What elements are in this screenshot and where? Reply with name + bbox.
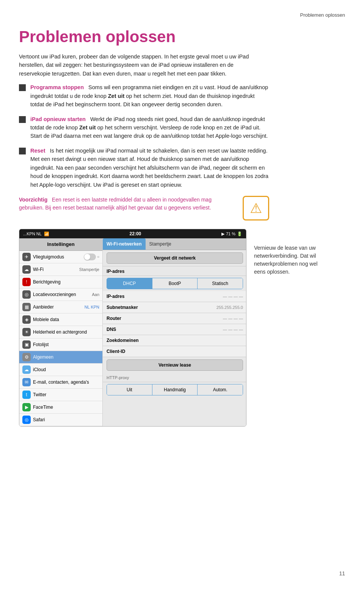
- sidebar-item-locatie[interactable]: ◎ Locatievoorzieningen Aan: [19, 288, 102, 301]
- row-subnetmasker: Subnetmasker 255.255.255.0: [103, 302, 246, 313]
- sidebar-label-icloud: iCloud: [33, 366, 99, 373]
- page-number: 11: [339, 570, 345, 578]
- section-title-programma: Programma stoppen: [30, 84, 84, 90]
- section-ipad-opnieuw: iPad opnieuw starten Werkt de iPad nog s…: [19, 115, 269, 140]
- section-bullet: [19, 84, 26, 91]
- ipad-statusbar: ...KPN NL 📶 22:00 ▶ 71 % 🔋: [19, 229, 246, 238]
- wifi-icon: ☁: [22, 265, 31, 274]
- page: Problemen oplossen Problemen oplossen Ve…: [0, 0, 364, 589]
- mobile-icon: ◈: [22, 315, 31, 324]
- caption-text: Vernieuw de lease van uw netwerkverbindi…: [254, 245, 317, 275]
- sidebar-item-vliegtuig[interactable]: ✈ Vliegtuigmodus ○: [19, 251, 102, 263]
- row-zoekdomeinen: Zoekdomeinen: [103, 335, 246, 346]
- general-icon: ⚙: [22, 353, 31, 361]
- sidebar-label-twitter: Twitter: [33, 391, 99, 398]
- sidebar-item-icloud[interactable]: ☁ iCloud: [19, 364, 102, 376]
- sidebar-label-mobiele-data: Mobiele data: [33, 316, 99, 323]
- ip-adres-label: IP-adres: [103, 266, 246, 276]
- ip-segment-control: DHCP BootP Statisch: [107, 278, 243, 289]
- row-router: Router — — — —: [103, 313, 246, 324]
- sidebar-item-wifi[interactable]: ☁ Wi-Fi Stampertje: [19, 263, 102, 276]
- section-bullet-2: [19, 116, 26, 123]
- photos-icon: ▣: [22, 340, 31, 349]
- section-title-ipad: iPad opnieuw starten: [30, 116, 86, 122]
- proxy-seg-autom[interactable]: Autom.: [198, 384, 243, 395]
- sidebar: Instellingen ✈ Vliegtuigmodus ○ ☁ Wi-Fi: [19, 238, 103, 426]
- sidebar-item-twitter[interactable]: t Twitter: [19, 389, 102, 401]
- toggle-vliegtuig[interactable]: ○: [84, 254, 99, 260]
- row-ip-adres: IP-adres — — — —: [103, 291, 246, 302]
- sidebar-label-locatie: Locatievoorzieningen: [33, 291, 89, 298]
- sidebar-item-safari[interactable]: ◎ Safari: [19, 414, 102, 426]
- section-title-reset: Reset: [30, 148, 46, 154]
- safari-icon: ◎: [22, 416, 31, 424]
- warning-box: Voorzichtig Een reset is een laatste red…: [19, 196, 269, 220]
- sidebar-item-facetime[interactable]: ▶ FaceTime: [19, 401, 102, 414]
- ipad-body: Instellingen ✈ Vliegtuigmodus ○ ☁ Wi-Fi: [19, 238, 246, 426]
- time-label: 22:00: [130, 231, 141, 236]
- main-title: Problemen oplossen: [19, 28, 345, 46]
- warning-text: Een reset is een laatste redmiddel dat u…: [19, 197, 212, 211]
- twitter-icon: t: [22, 391, 31, 399]
- toggle-off-icon: [84, 254, 96, 260]
- seg-statisch[interactable]: Statisch: [198, 278, 243, 289]
- location-icon: ◎: [22, 290, 31, 299]
- sidebar-item-mobiele-data[interactable]: ◈ Mobiele data: [19, 313, 102, 326]
- sidebar-header: Instellingen: [19, 238, 102, 251]
- battery-icon: 🔋: [237, 231, 242, 237]
- sidebar-label-berichtgeving: Berichtgeving: [33, 279, 99, 285]
- provider-icon: ▦: [22, 303, 31, 311]
- intro-text: Vertoont uw iPad kuren, probeer dan de v…: [19, 52, 254, 78]
- sidebar-label-vliegtuig: Vliegtuigmodus: [33, 254, 82, 260]
- sidebar-label-helderheid: Helderheid en achtergrond: [33, 329, 99, 335]
- ipad-screenshot: ...KPN NL 📶 22:00 ▶ 71 % 🔋 Instellingen: [19, 229, 246, 427]
- notif-icon: !: [22, 278, 31, 286]
- proxy-seg-handmatig[interactable]: Handmatig: [152, 384, 198, 395]
- wifi-icon: 📶: [44, 231, 49, 237]
- sidebar-item-mail[interactable]: ✉ E-mail, contacten, agenda's: [19, 376, 102, 389]
- proxy-seg-uit[interactable]: Uit: [107, 384, 152, 395]
- icloud-icon: ☁: [22, 365, 31, 374]
- sidebar-label-algemeen: Algemeen: [33, 354, 99, 361]
- airplane-icon: ✈: [22, 253, 31, 261]
- sidebar-label-fotolijst: Fotolijst: [33, 341, 99, 348]
- sidebar-item-aanbieder[interactable]: ▦ Aanbieder NL KPN: [19, 301, 102, 313]
- sidebar-item-fotolijst[interactable]: ▣ Fotolijst: [19, 339, 102, 351]
- section-reset: Reset Is het niet mogelijk uw iPad norma…: [19, 146, 269, 189]
- tab-wifi-netwerken[interactable]: Wi-Fi-netwerken: [103, 238, 146, 250]
- seg-bootp[interactable]: BootP: [152, 278, 198, 289]
- sidebar-label-wifi: Wi-Fi: [33, 266, 77, 273]
- page-header: Problemen oplossen: [19, 11, 345, 20]
- warning-label: Voorzichtig: [19, 197, 47, 203]
- section-programma-stoppen: Programma stoppen Soms wil een programma…: [19, 83, 269, 109]
- signal-icon: ▶: [221, 231, 224, 237]
- sidebar-label-aanbieder: Aanbieder: [33, 304, 82, 310]
- forget-btn-row: Vergeet dit netwerk: [103, 250, 246, 266]
- page-header-title: Problemen oplossen: [300, 12, 345, 18]
- sidebar-value-locatie: Aan: [92, 291, 99, 298]
- sidebar-item-berichtgeving[interactable]: ! Berichtgeving: [19, 276, 102, 288]
- sidebar-item-algemeen[interactable]: ⚙ Algemeen: [19, 351, 102, 364]
- renew-lease-button[interactable]: Vernieuw lease: [107, 359, 243, 371]
- mail-icon: ✉: [22, 378, 31, 386]
- sidebar-label-mail: E-mail, contacten, agenda's: [33, 379, 99, 386]
- battery-label: 71 %: [226, 231, 235, 237]
- sidebar-value-aanbieder: NL KPN: [85, 304, 99, 310]
- middle-panel: Wi-Fi-netwerken Stampertje Vergeet dit n…: [103, 238, 246, 426]
- tab-title: Stampertje: [146, 238, 175, 250]
- row-dns: DNS — — — —: [103, 324, 246, 335]
- warning-icon: ⚠: [243, 196, 269, 220]
- seg-dhcp[interactable]: DHCP: [107, 278, 152, 289]
- row-client-id: Client-ID: [103, 346, 246, 357]
- sidebar-label-facetime: FaceTime: [33, 404, 99, 411]
- facetime-icon: ▶: [22, 403, 31, 411]
- proxy-segment-control: Uit Handmatig Autom.: [107, 384, 243, 395]
- screenshot-area: ...KPN NL 📶 22:00 ▶ 71 % 🔋 Instellingen: [19, 229, 345, 427]
- brightness-icon: ☀: [22, 328, 31, 336]
- forget-network-button[interactable]: Vergeet dit netwerk: [107, 252, 243, 264]
- middle-header: Wi-Fi-netwerken Stampertje: [103, 238, 246, 250]
- screenshot-caption: Vernieuw de lease van uw netwerkverbindi…: [254, 229, 330, 276]
- sidebar-value-wifi: Stampertje: [79, 266, 99, 273]
- http-proxy-label: HTTP-proxy: [103, 373, 246, 382]
- sidebar-item-helderheid[interactable]: ☀ Helderheid en achtergrond: [19, 326, 102, 339]
